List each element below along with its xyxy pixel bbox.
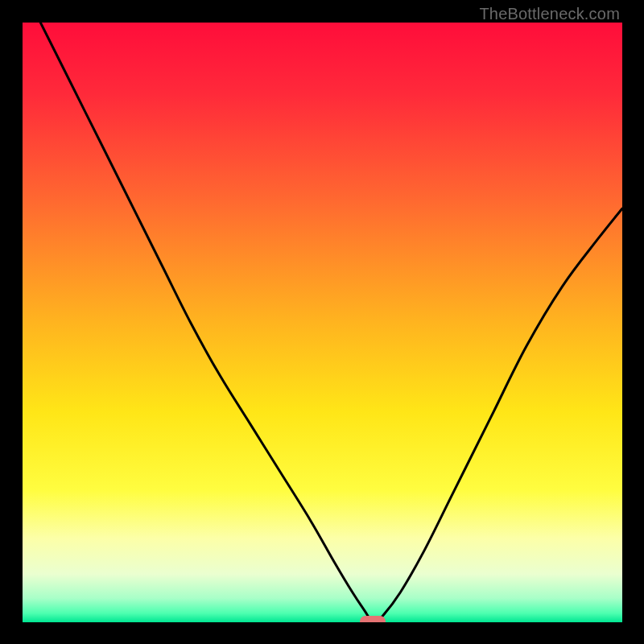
watermark-label: TheBottleneck.com: [479, 5, 620, 23]
optimal-marker: [360, 616, 386, 622]
svg-rect-0: [23, 23, 622, 622]
plot-area: [23, 23, 622, 622]
chart-frame: TheBottleneck.com: [0, 0, 644, 644]
background-gradient: [23, 23, 622, 622]
